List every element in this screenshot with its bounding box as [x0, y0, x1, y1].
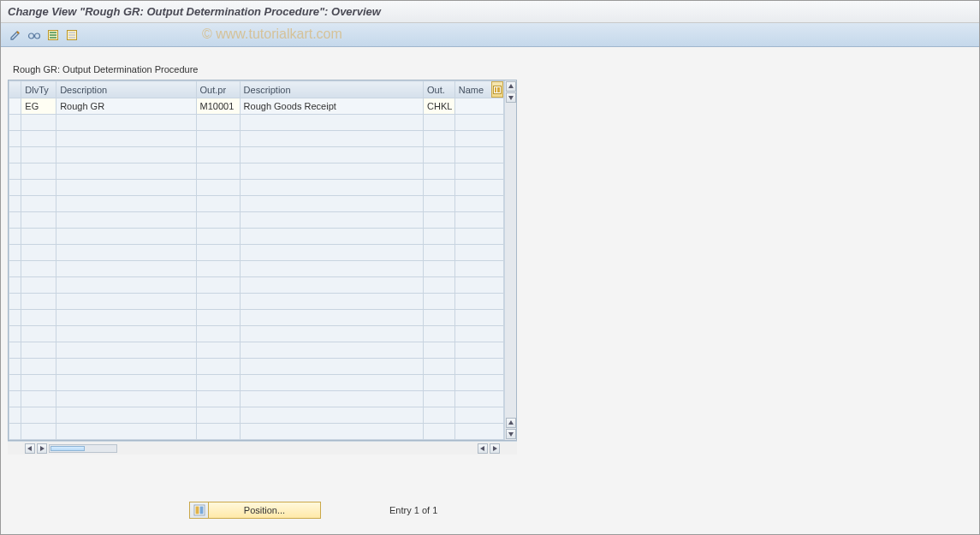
grid-cell[interactable]: [21, 147, 56, 163]
scroll-down-button[interactable]: [506, 429, 516, 439]
vertical-scrollbar[interactable]: [504, 80, 516, 440]
deselect-all-button[interactable]: [64, 27, 80, 43]
row-handle[interactable]: [9, 131, 21, 147]
grid-cell[interactable]: [196, 229, 240, 245]
row-handle[interactable]: [9, 310, 21, 326]
grid-cell[interactable]: [21, 180, 56, 196]
grid-cell[interactable]: [56, 131, 196, 147]
toggle-change-button[interactable]: [8, 27, 23, 43]
grid-cell[interactable]: [424, 261, 455, 277]
grid-cell[interactable]: [56, 115, 196, 131]
grid-cell[interactable]: [21, 310, 56, 326]
row-handle[interactable]: [9, 115, 21, 131]
grid-cell[interactable]: [240, 229, 423, 245]
grid-cell[interactable]: Rough Goods Receipt: [240, 98, 423, 115]
grid-cell[interactable]: [424, 163, 455, 180]
grid-cell[interactable]: [424, 310, 455, 326]
grid-cell[interactable]: [21, 245, 56, 261]
grid-cell[interactable]: [240, 359, 423, 375]
grid-cell[interactable]: [56, 310, 196, 326]
grid-cell[interactable]: [196, 115, 240, 131]
row-handle[interactable]: [9, 261, 21, 277]
row-handle[interactable]: [9, 277, 21, 294]
grid-cell[interactable]: [424, 245, 455, 261]
col-header-out[interactable]: Out.: [424, 81, 455, 98]
grid-cell[interactable]: [240, 342, 423, 359]
grid-cell[interactable]: [196, 310, 240, 326]
grid-cell[interactable]: [21, 277, 56, 294]
col-header-outpr[interactable]: Out.pr: [196, 81, 240, 98]
grid-cell[interactable]: [454, 391, 503, 407]
grid-cell[interactable]: [454, 277, 503, 294]
grid-cell[interactable]: [56, 229, 196, 245]
row-handle[interactable]: [9, 212, 21, 229]
grid-cell[interactable]: [196, 180, 240, 196]
grid-cell[interactable]: [56, 294, 196, 310]
hscroll-right-a-button[interactable]: [37, 443, 47, 454]
row-handle[interactable]: [9, 375, 21, 391]
grid-cell[interactable]: [240, 424, 423, 440]
grid-cell[interactable]: [240, 261, 423, 277]
hscroll-left-button[interactable]: [25, 443, 35, 454]
grid-cell[interactable]: [240, 375, 423, 391]
grid-cell[interactable]: [240, 310, 423, 326]
grid-cell[interactable]: [454, 310, 503, 326]
grid-cell[interactable]: [21, 391, 56, 407]
select-all-rows-handle[interactable]: [9, 81, 21, 98]
grid-cell[interactable]: [240, 407, 423, 424]
col-header-name[interactable]: Name: [455, 81, 491, 98]
grid-cell[interactable]: [196, 147, 240, 163]
row-handle[interactable]: [9, 245, 21, 261]
grid-cell[interactable]: [454, 98, 503, 115]
grid-cell[interactable]: [424, 196, 455, 212]
grid-cell[interactable]: [424, 147, 455, 163]
grid-cell[interactable]: [240, 180, 423, 196]
grid-cell[interactable]: [56, 147, 196, 163]
grid-cell[interactable]: [454, 180, 503, 196]
grid-cell[interactable]: [56, 261, 196, 277]
grid-cell[interactable]: [240, 212, 423, 229]
position-button[interactable]: Position...: [189, 502, 321, 519]
grid-cell[interactable]: [424, 294, 455, 310]
grid-cell[interactable]: [196, 212, 240, 229]
grid-cell[interactable]: [21, 424, 56, 440]
grid-cell[interactable]: [196, 326, 240, 342]
grid-cell[interactable]: [424, 180, 455, 196]
grid-cell[interactable]: [424, 131, 455, 147]
grid-cell[interactable]: [454, 424, 503, 440]
grid-cell[interactable]: [454, 359, 503, 375]
grid-cell[interactable]: [196, 424, 240, 440]
grid-cell[interactable]: [21, 196, 56, 212]
grid-cell[interactable]: [56, 196, 196, 212]
grid-cell[interactable]: [56, 163, 196, 180]
grid-cell[interactable]: [21, 163, 56, 180]
grid-cell[interactable]: [56, 245, 196, 261]
grid-cell[interactable]: [196, 277, 240, 294]
grid-cell[interactable]: [454, 294, 503, 310]
select-all-button[interactable]: [45, 27, 61, 43]
other-view-button[interactable]: [27, 27, 42, 43]
grid-cell[interactable]: [240, 147, 423, 163]
grid-cell[interactable]: [21, 115, 56, 131]
col-header-dlvty[interactable]: DlvTy: [21, 81, 56, 98]
grid-cell[interactable]: [240, 196, 423, 212]
grid-cell[interactable]: [56, 359, 196, 375]
grid-cell[interactable]: [424, 424, 455, 440]
hscroll-right-button[interactable]: [490, 443, 500, 454]
grid-cell[interactable]: [454, 196, 503, 212]
grid-cell[interactable]: [454, 229, 503, 245]
grid-cell[interactable]: [21, 407, 56, 424]
grid-cell[interactable]: [196, 375, 240, 391]
grid-cell[interactable]: [196, 407, 240, 424]
row-handle[interactable]: [9, 163, 21, 180]
row-handle[interactable]: [9, 98, 21, 115]
hscroll-track[interactable]: [49, 444, 117, 453]
scroll-up-button[interactable]: [506, 81, 516, 92]
grid-cell[interactable]: [424, 277, 455, 294]
grid-cell[interactable]: [56, 391, 196, 407]
grid-cell[interactable]: [424, 359, 455, 375]
col-header-desc2[interactable]: Description: [240, 81, 423, 98]
grid-cell[interactable]: [56, 407, 196, 424]
row-handle[interactable]: [9, 342, 21, 359]
scroll-down-top-button[interactable]: [506, 92, 516, 103]
